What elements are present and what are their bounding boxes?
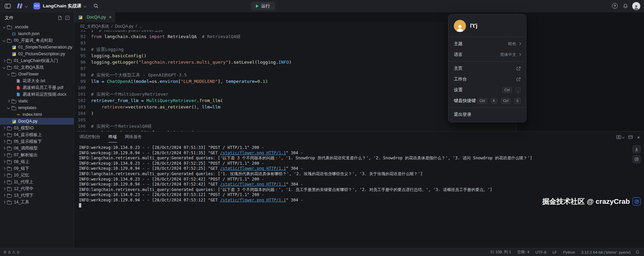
- tree-folder-OneFlower[interactable]: OneFlower: [0, 71, 74, 77]
- statusbar-indent-setting[interactable]: 空格: 4: [517, 250, 529, 255]
- tree-folder-static[interactable]: static: [0, 98, 74, 104]
- folder-icon: [7, 25, 12, 29]
- line-number: 99: [74, 78, 91, 85]
- folder-icon: [7, 166, 12, 171]
- problems-indicator[interactable]: ⊘ 0 ⚠ 0: [3, 250, 19, 254]
- tree-folder-00_开篇词_奇点时刻[interactable]: 00_开篇词_奇点时刻: [0, 37, 74, 44]
- tree-folder-.vscode[interactable]: .vscode: [0, 24, 74, 30]
- tree-file-易速鲜花员工手册.pdf[interactable]: 易速鲜花员工手册.pdf: [0, 84, 74, 91]
- line-number: 104: [74, 110, 91, 117]
- tree-file-01_SimpleTextGeneration.py[interactable]: 01_SimpleTextGeneration.py: [0, 44, 74, 51]
- panel-tab-终端[interactable]: 终端: [109, 132, 117, 142]
- tree-file-02_PictureDescription.py[interactable]: 02_PictureDescription.py: [0, 51, 74, 57]
- chevron-right-icon: [3, 194, 5, 197]
- help-button[interactable]: ?: [610, 2, 619, 10]
- avatar: [454, 20, 466, 32]
- tree-folder-templates[interactable]: templates: [0, 104, 74, 111]
- terminal-link[interactable]: /static/flower.png HTTP/1.1: [220, 151, 286, 155]
- chevron-right-icon: [3, 181, 5, 183]
- statusbar-eol[interactable]: LF: [552, 250, 557, 254]
- split-terminal-button[interactable]: [616, 135, 624, 139]
- statusbar-language-mode[interactable]: Python: [563, 250, 575, 254]
- toggle-sidebar-button[interactable]: [3, 2, 12, 10]
- tree-folder-12_代理中[interactable]: 12_代理中: [0, 185, 74, 192]
- folder-icon: [11, 105, 17, 110]
- user-avatar-button[interactable]: [632, 2, 641, 10]
- close-tab-icon[interactable]: ×: [109, 15, 112, 20]
- search-button[interactable]: [91, 2, 100, 10]
- breadcrumb-item[interactable]: DocQA.py: [115, 24, 134, 29]
- terminal-link[interactable]: /static/flower.png HTTP/1.1: [220, 182, 286, 187]
- tree-folder-14_工具[interactable]: 14_工具: [0, 199, 74, 205]
- tree-file-DocQA.py[interactable]: DocQA.py: [0, 118, 74, 125]
- chevron-down-icon: [622, 136, 624, 138]
- terminal-line: INFO:werkzeug:10.129.0.94 - - [28/Oct/20…: [79, 151, 639, 156]
- notifications-button[interactable]: [621, 2, 630, 10]
- tree-folder-09_链下[interactable]: 09_链下: [0, 165, 74, 172]
- close-panel-button[interactable]: ×: [637, 134, 640, 140]
- tree-folder-05_提示模板下[interactable]: 05_提示模板下: [0, 138, 74, 145]
- kbd-chip: Ctrl: [501, 98, 510, 104]
- tree-folder-13_代理下[interactable]: 13_代理下: [0, 192, 74, 199]
- new-file-icon: [58, 15, 62, 20]
- menu-item-language[interactable]: 语言 简体中文: [448, 49, 526, 60]
- breadcrumb-item[interactable]: ...: [139, 24, 143, 29]
- marscode-logo[interactable]: [17, 3, 23, 8]
- new-file-button[interactable]: [56, 14, 64, 22]
- tree-folder-08_链上[interactable]: 08_链上: [0, 158, 74, 165]
- terminal-link[interactable]: /static/flower.png HTTP/1.1: [220, 198, 286, 202]
- tree-folder-06_调用模型[interactable]: 06_调用模型: [0, 145, 74, 152]
- help-icon: ?: [612, 3, 618, 9]
- tree-folder-01_LangChain快速入门[interactable]: 01_LangChain快速入门: [0, 57, 74, 64]
- menu-item-shortcuts[interactable]: 键盘快捷键 CtrlKCtrlS: [448, 95, 526, 106]
- bell-icon: [623, 3, 628, 9]
- line-number: 106: [74, 123, 91, 129]
- panel-tab-网络服务[interactable]: 网络服务: [125, 132, 142, 142]
- terminal-output[interactable]: INFO:werkzeug:10.134.0.23 - - [28/Oct/20…: [74, 142, 644, 248]
- chevron-down-icon[interactable]: [25, 4, 28, 7]
- folder-icon: [11, 99, 17, 103]
- panel-tab-调试控制台[interactable]: 调试控制台: [79, 132, 100, 142]
- menu-item-theme[interactable]: 主题 暗色: [448, 38, 526, 49]
- chevron-right-icon: [3, 160, 5, 163]
- tree-file-易速鲜花运营指南.docx[interactable]: 易速鲜花运营指南.docx: [0, 91, 74, 98]
- open-in-new-window-button[interactable]: [633, 197, 641, 205]
- terminal-link[interactable]: /static/flower.png HTTP/1.1: [220, 166, 286, 171]
- chevron-right-icon: [3, 127, 5, 129]
- tree-file-index.html[interactable]: index.html: [0, 111, 74, 118]
- statusbar-cursor-position[interactable]: 行 108, 列 1: [491, 250, 511, 255]
- tree-file-launch.json[interactable]: launch.json: [0, 30, 74, 37]
- file-tree[interactable]: .vscodelaunch.json00_开篇词_奇点时刻01_SimpleTe…: [0, 24, 74, 248]
- breadcrumb-item[interactable]: 02_文档QA系统: [80, 24, 109, 29]
- tree-folder-04_提示模板上[interactable]: 04_提示模板上: [0, 131, 74, 138]
- tree-folder-03_模型IO[interactable]: 03_模型IO: [0, 125, 74, 131]
- terminal-open-output-button[interactable]: [633, 155, 641, 163]
- collapse-all-button[interactable]: [64, 14, 71, 22]
- terminal-scroll-bottom-button[interactable]: [633, 145, 641, 153]
- statusbar-notifications-button[interactable]: [634, 249, 641, 256]
- run-button[interactable]: 运行: [251, 2, 275, 10]
- project-switcher[interactable]: </> LangChain 实战课: [33, 3, 86, 9]
- folder-icon: [7, 65, 12, 70]
- tree-item-label: 11_代理上: [14, 179, 33, 185]
- empty-editor-pane: [516, 12, 644, 131]
- tree-folder-11_代理上[interactable]: 11_代理上: [0, 179, 74, 185]
- menu-item-home[interactable]: 主页: [448, 63, 526, 74]
- kbd-chip: ,: [516, 87, 521, 93]
- tree-folder-10_记忆[interactable]: 10_记忆: [0, 172, 74, 179]
- tab-docqa-py[interactable]: DocQA.py ×: [74, 12, 115, 22]
- menu-item-settings[interactable]: 设置 Ctrl,: [448, 85, 526, 95]
- tree-item-label: 12_代理中: [14, 186, 33, 192]
- maximize-panel-button[interactable]: [628, 135, 633, 139]
- statusbar-python-interpreter[interactable]: 3.12.2 64-bit ('shims': pyenv): [581, 250, 631, 254]
- tree-folder-07_解析输出[interactable]: 07_解析输出: [0, 152, 74, 158]
- terminal-line: INFO:langchain.retrievers.multi_query:Ge…: [79, 156, 639, 161]
- statusbar-encoding[interactable]: UTF-8: [535, 250, 547, 254]
- breadcrumb-separator: /: [136, 24, 137, 29]
- tree-file-花语大全.txt[interactable]: 花语大全.txt: [0, 77, 74, 84]
- terminal-cursor: [79, 203, 81, 207]
- project-title: LangChain 实战课: [43, 3, 81, 9]
- menu-item-workspace[interactable]: 工作台: [448, 74, 526, 85]
- tree-folder-02_文档QA系统[interactable]: 02_文档QA系统: [0, 64, 74, 71]
- menu-item-logout[interactable]: 退出登录: [448, 109, 526, 120]
